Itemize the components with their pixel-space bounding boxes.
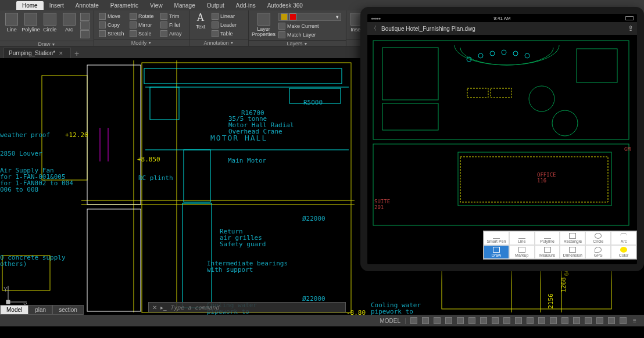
annot-text[interactable]: A (197, 12, 205, 23)
status-units-icon[interactable] (559, 316, 571, 325)
status-osnap-icon[interactable] (455, 316, 466, 325)
annot-linear[interactable]: Linear (209, 12, 239, 20)
modify-move[interactable]: Move (96, 12, 127, 20)
menu-annotate[interactable]: Annotate (70, 1, 105, 10)
tab-section[interactable]: section (52, 305, 84, 315)
status-cycling-icon[interactable] (513, 316, 524, 325)
svg-rect-28 (382, 103, 438, 130)
tablet-battery-icon (625, 16, 634, 20)
status-lwt-icon[interactable] (489, 316, 501, 325)
modify-trim[interactable]: Trim (158, 12, 187, 20)
file-tab[interactable]: Pumping_Station* ✕ (3, 48, 71, 58)
note-r5000: R5000 (303, 99, 323, 106)
draw-extra-3-icon[interactable] (80, 30, 90, 38)
t-tool-line[interactable]: Line (509, 231, 535, 245)
status-ortho-icon[interactable] (431, 316, 443, 325)
note-p1220: +12.20 (65, 131, 88, 139)
layer-match[interactable]: Match Layer (276, 31, 344, 39)
svg-rect-14 (150, 87, 179, 120)
t-tool-rectangle[interactable]: Rectangle (560, 231, 585, 245)
draw-extra-1-icon[interactable] (80, 13, 90, 21)
t-tool-gps[interactable]: GPS (585, 245, 611, 259)
svg-point-29 (529, 86, 554, 112)
annot-table[interactable]: Table (209, 30, 239, 38)
menu-output[interactable]: Output (201, 1, 230, 10)
status-snap-icon[interactable] (420, 316, 431, 325)
status-polar-icon[interactable] (443, 316, 455, 325)
svg-rect-0 (42, 75, 87, 180)
modify-array[interactable]: Array (158, 30, 187, 38)
panel-title-annot: Annotation (204, 40, 229, 46)
menu-manage[interactable]: Manage (169, 1, 201, 10)
layer-properties[interactable]: Layer Properties (251, 12, 276, 37)
menu-parametric[interactable]: Parametric (105, 1, 144, 10)
svg-rect-25 (373, 41, 629, 139)
svg-point-36 (502, 50, 506, 55)
ucs-y: Y (3, 286, 8, 293)
status-otrack-icon[interactable] (478, 316, 489, 325)
svg-rect-26 (373, 144, 629, 225)
modify-stretch[interactable]: Stretch (96, 30, 127, 38)
panel-title-layers: Layers (287, 41, 303, 46)
menu-a360[interactable]: Autodesk 360 (262, 1, 309, 10)
layer-make-current[interactable]: Make Current (276, 22, 344, 30)
status-hwacc-icon[interactable] (594, 316, 606, 325)
tab-model[interactable]: Model (0, 305, 28, 315)
status-transparency-icon[interactable] (501, 316, 513, 325)
tablet-share-icon[interactable]: ⇪ (628, 24, 634, 33)
t-tool-arc[interactable]: Arc (611, 231, 636, 245)
t-tool-polyline[interactable]: Polyline (535, 231, 560, 245)
draw-arc[interactable]: Arc (59, 12, 78, 33)
modify-fillet[interactable]: Fillet (158, 21, 187, 29)
note-weather: weather proof (0, 131, 50, 139)
modify-rotate[interactable]: Rotate (127, 12, 158, 20)
t-tool-dimension[interactable]: Dimension (560, 245, 585, 259)
menu-view[interactable]: View (144, 1, 169, 10)
t-tool-measure[interactable]: Measure (535, 245, 560, 259)
svg-rect-12 (87, 209, 141, 311)
menu-insert[interactable]: Insert (44, 1, 70, 10)
status-workspace-icon[interactable] (536, 316, 548, 325)
menu-addins[interactable]: Add-ins (230, 1, 262, 10)
layer-selector[interactable]: ▾ (278, 13, 341, 21)
status-grid-icon[interactable] (408, 316, 420, 325)
svg-point-30 (552, 110, 578, 136)
status-bar: MODEL ≡ (0, 315, 644, 326)
command-line[interactable]: ✕ ▸_ (148, 302, 346, 312)
t-tool-smartpen[interactable]: Smart Pen (484, 231, 509, 245)
status-3dosnap-icon[interactable] (466, 316, 478, 325)
panel-title-draw: Draw (38, 41, 51, 47)
draw-line[interactable]: Line (2, 12, 22, 33)
status-clean-icon[interactable] (617, 316, 629, 325)
t-tool-markup[interactable]: Markup (509, 245, 535, 259)
svg-rect-24 (6, 300, 10, 304)
status-quickprops-icon[interactable] (571, 316, 582, 325)
cmd-close-icon[interactable]: ✕ (152, 304, 157, 311)
modify-scale[interactable]: Scale (127, 30, 158, 38)
t-tool-color[interactable]: Color (611, 245, 636, 259)
t-tool-circle[interactable]: Circle (585, 231, 611, 245)
status-model-label[interactable]: MODEL (375, 318, 406, 324)
status-annoscale-icon[interactable] (524, 316, 536, 325)
t-tool-draw[interactable]: Draw (484, 245, 509, 259)
tablet-back-icon[interactable]: 〈 (371, 24, 377, 33)
draw-circle[interactable]: Circle (41, 12, 60, 33)
modify-copy[interactable]: Copy (96, 21, 127, 29)
note-p8850: +8.850 (137, 156, 160, 163)
status-annomon-icon[interactable] (548, 316, 559, 325)
tab-plan[interactable]: plan (28, 305, 52, 315)
command-input[interactable] (170, 304, 342, 311)
file-tab-add[interactable]: + (71, 49, 83, 58)
tablet-canvas[interactable]: SUITE 201 OFFICE 116 GM Smart Pen Line P… (367, 35, 637, 264)
modify-mirror[interactable]: Mirror (127, 21, 158, 29)
draw-polyline[interactable]: Polyline (22, 12, 41, 33)
draw-extra-2-icon[interactable] (80, 21, 90, 30)
status-lock-icon[interactable] (582, 316, 594, 325)
note-n880: -8.80 (346, 309, 366, 315)
file-tab-close-icon[interactable]: ✕ (59, 51, 63, 56)
menu-home[interactable]: Home (16, 1, 44, 10)
status-custom-icon[interactable]: ≡ (629, 316, 641, 325)
annot-leader[interactable]: Leader (209, 21, 239, 29)
status-isolate-icon[interactable] (606, 316, 617, 325)
tablet-drawing-svg (367, 35, 637, 264)
